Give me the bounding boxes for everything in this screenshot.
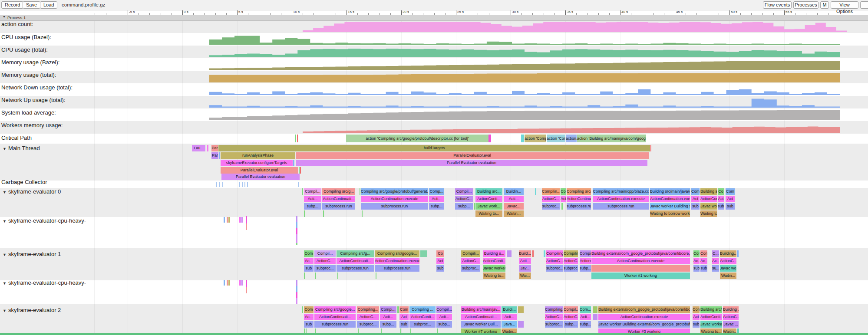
track-label[interactable]: Critical Path xyxy=(0,135,32,141)
cpu-heavy-event-mark[interactable] xyxy=(228,280,230,286)
cpu-heavy-event-mark[interactable] xyxy=(296,280,297,286)
slice[interactable]: ActionContinuati... xyxy=(337,258,374,264)
slice[interactable]: Compiling ... xyxy=(546,250,563,257)
slice[interactable]: Compiling src/main/cpp/blaze.cc xyxy=(593,188,649,195)
disclosure-triangle-icon[interactable]: ▼ xyxy=(3,15,6,18)
slice[interactable]: subprocess.run xyxy=(567,203,591,210)
slice[interactable] xyxy=(315,273,316,279)
save-button[interactable]: Save xyxy=(23,1,40,9)
slice[interactable] xyxy=(532,250,534,257)
slice[interactable]: Compiling... xyxy=(357,306,379,313)
slice[interactable]: ActionContinuati... xyxy=(314,314,356,320)
slice[interactable] xyxy=(518,321,524,328)
slice[interactable]: runAnalysisPhase xyxy=(221,152,295,159)
slice[interactable]: subp... xyxy=(455,203,473,210)
slice[interactable]: ActionContinuation.execute xyxy=(591,258,690,264)
slice[interactable]: Acti... xyxy=(436,314,452,320)
slice[interactable]: ActionC... xyxy=(545,314,563,320)
slice[interactable]: Waiting to... xyxy=(483,273,505,279)
slice[interactable]: subp... xyxy=(380,321,396,328)
slice[interactable]: ActionContinuation.execute xyxy=(598,314,690,320)
slice[interactable]: sub xyxy=(726,203,735,210)
slice[interactable]: Building src/main/java/com/go... xyxy=(650,188,690,195)
slice[interactable]: Acti... xyxy=(504,196,524,202)
slice[interactable]: Act xyxy=(726,196,735,202)
slice[interactable]: Ac... xyxy=(304,258,314,264)
cpu-heavy-event-mark[interactable] xyxy=(246,223,247,230)
processes-button[interactable]: Processes xyxy=(793,1,818,9)
slice[interactable]: Com xyxy=(304,306,314,313)
slice[interactable]: sub xyxy=(436,265,444,272)
slice[interactable]: ActionConti... xyxy=(483,258,505,264)
track-label-expandable[interactable]: ▼skyframe-evaluator-cpu-heavy- xyxy=(0,279,86,286)
slice[interactable]: Java... xyxy=(502,321,517,328)
slice[interactable]: Compil... xyxy=(455,188,473,195)
slice[interactable]: C... xyxy=(712,250,719,257)
slice[interactable] xyxy=(737,250,739,257)
slice[interactable]: Compil... xyxy=(564,306,578,313)
slice[interactable]: ActionContinuati... xyxy=(461,314,501,320)
gc-event-tick[interactable] xyxy=(247,182,248,187)
slice[interactable]: Compil... xyxy=(304,188,321,195)
load-button[interactable]: Load xyxy=(40,1,57,9)
slice[interactable] xyxy=(397,306,399,313)
time-ruler[interactable]: -5 s0 s5 s10 s15 s20 s25 s30 s35 s40 s45… xyxy=(0,10,868,15)
slice[interactable]: ActionContinuation.execute xyxy=(593,196,649,202)
slice[interactable] xyxy=(535,188,536,195)
slice[interactable]: subp... xyxy=(304,203,321,210)
slice[interactable]: Com... xyxy=(580,306,591,313)
track-label[interactable]: Network Down usage (total): xyxy=(0,84,73,91)
slice[interactable]: Compili... xyxy=(461,250,480,257)
gc-event-tick[interactable] xyxy=(244,182,245,187)
slice[interactable]: Compiling src/core/... xyxy=(567,188,591,195)
cpu-heavy-event-mark[interactable] xyxy=(296,286,297,292)
gc-event-tick[interactable] xyxy=(216,182,217,187)
slice[interactable]: subp... xyxy=(580,321,591,328)
slice[interactable]: subp... xyxy=(429,203,444,210)
counter-chart-network-down-usage-total-[interactable] xyxy=(209,89,840,95)
track-label[interactable]: Garbage Collector xyxy=(0,179,47,185)
slice[interactable] xyxy=(593,314,597,320)
view-options-button[interactable]: View Options xyxy=(831,1,858,9)
slice[interactable] xyxy=(420,250,427,257)
cpu-heavy-event-mark[interactable] xyxy=(296,243,297,245)
slice[interactable]: ParallelEvaluator.eval xyxy=(221,167,298,174)
slice[interactable]: action 'Compiling... xyxy=(525,135,546,142)
slice[interactable]: Waitin... xyxy=(720,273,736,279)
slice[interactable]: Javac wo... xyxy=(720,265,736,272)
slice[interactable]: ActionContinuati... xyxy=(567,196,591,202)
slice[interactable]: Waitin... xyxy=(504,210,524,217)
cpu-heavy-event-mark[interactable] xyxy=(296,234,297,243)
disclosure-triangle-icon[interactable]: ▼ xyxy=(0,309,7,313)
slice[interactable]: subproc... xyxy=(564,265,578,272)
gc-event-tick[interactable] xyxy=(219,182,220,187)
slice[interactable]: Acti... xyxy=(502,314,517,320)
slice[interactable]: Compiling ... xyxy=(409,306,436,313)
slice[interactable]: ActionContinuati... xyxy=(322,196,355,202)
slice[interactable]: Compil... xyxy=(314,250,336,257)
slice[interactable]: ActionConti... xyxy=(700,196,717,202)
counter-chart-system-load-average[interactable] xyxy=(209,110,840,120)
track-label-expandable[interactable]: ▼skyframe-evaluator 2 xyxy=(0,307,61,313)
slice[interactable]: subprocess.run xyxy=(314,321,356,328)
slice[interactable]: Building src/ma... xyxy=(700,306,722,313)
slice[interactable]: Com xyxy=(693,250,700,257)
slice[interactable]: Javac worker... xyxy=(483,265,505,272)
slice[interactable]: subproc... xyxy=(314,265,336,272)
gc-event-tick[interactable] xyxy=(239,182,240,187)
cpu-heavy-event-mark[interactable] xyxy=(296,222,297,228)
slice[interactable] xyxy=(544,250,545,257)
slice[interactable] xyxy=(561,203,563,210)
slice[interactable]: ActionC... xyxy=(357,314,379,320)
slice[interactable]: skyframeExecutor.configureTargets xyxy=(221,160,293,166)
slice[interactable]: ActionC... xyxy=(314,258,336,264)
slice[interactable] xyxy=(297,135,298,142)
metrics-button[interactable]: M xyxy=(820,1,829,9)
slice[interactable] xyxy=(593,306,597,313)
slice[interactable]: Compi... xyxy=(380,306,396,313)
cpu-heavy-event-mark[interactable] xyxy=(242,217,243,223)
slice[interactable]: sub xyxy=(700,265,707,272)
slice[interactable]: Javac wor... xyxy=(700,203,717,210)
slice[interactable]: subproc... xyxy=(546,265,563,272)
slice[interactable]: ActionConti... xyxy=(700,314,722,320)
